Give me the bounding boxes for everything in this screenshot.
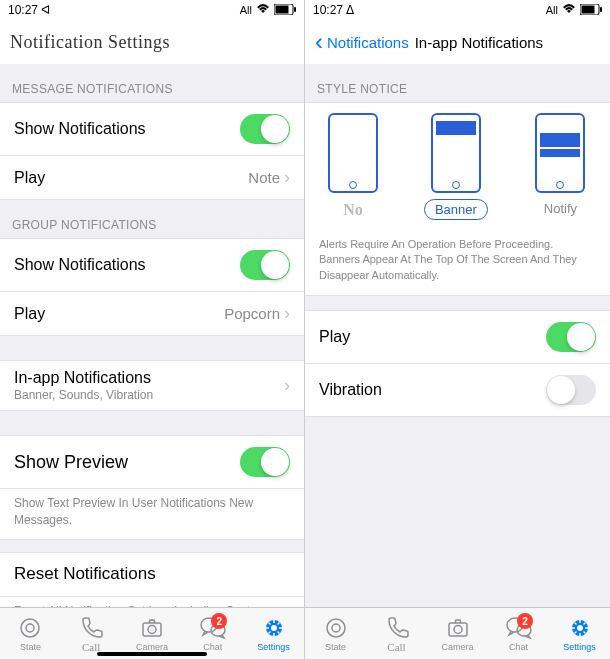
show-preview-switch[interactable] (240, 447, 290, 477)
play-label: Play (14, 169, 45, 187)
left-screen: 10:27 ᐊ All Notification Settings MESSAG… (0, 0, 305, 659)
back-label[interactable]: Notifications (327, 34, 409, 51)
reset-notifications-row[interactable]: Reset Notifications (0, 553, 304, 597)
status-icons: All (546, 4, 602, 17)
style-none-label: No (333, 199, 373, 221)
section-style: STYLE NOTICE (305, 64, 610, 102)
svg-rect-20 (582, 5, 595, 13)
battery-icon (274, 4, 296, 17)
style-description: Alerts Require An Operation Before Proce… (305, 229, 610, 296)
tab-state[interactable]: State (305, 615, 366, 652)
tab-chat-label: Chat (203, 642, 222, 652)
inapp-title: In-app Notifications (14, 369, 153, 387)
group-show-notifications-label: Show Notifications (14, 256, 146, 274)
play-switch[interactable] (546, 322, 596, 352)
chevron-right-icon: › (284, 167, 290, 188)
wifi-icon (562, 4, 576, 16)
tab-chat-label: Chat (509, 642, 528, 652)
svg-point-22 (327, 619, 345, 637)
home-indicator[interactable] (97, 652, 207, 656)
group-play-row[interactable]: Play Popcorn› (0, 292, 304, 336)
status-all: All (546, 4, 558, 16)
content: STYLE NOTICE No Banner Notify Alerts Req… (305, 64, 610, 659)
show-notifications-label: Show Notifications (14, 120, 146, 138)
show-notifications-switch[interactable] (240, 114, 290, 144)
style-notify-label: Notify (534, 199, 587, 218)
style-banner-label: Banner (424, 199, 488, 220)
show-preview-label: Show Preview (14, 452, 128, 473)
svg-point-29 (577, 625, 583, 631)
back-button[interactable]: ‹ (315, 28, 323, 56)
tab-camera[interactable]: Camera (122, 615, 183, 652)
svg-point-3 (21, 619, 39, 637)
tab-bar: State Call Camera 2 Chat Settings (305, 607, 610, 659)
svg-point-23 (332, 624, 340, 632)
content: MESSAGE NOTIFICATIONS Show Notifications… (0, 64, 304, 659)
svg-rect-1 (276, 5, 289, 13)
tab-camera-label: Camera (136, 642, 168, 652)
tab-state-label: State (20, 642, 41, 652)
show-preview-row[interactable]: Show Preview (0, 436, 304, 489)
style-selector: No Banner Notify (305, 102, 610, 229)
style-option-notify[interactable]: Notify (534, 113, 587, 218)
chevron-right-icon: › (284, 303, 290, 324)
play-value: Note (248, 169, 280, 186)
group-play-label: Play (14, 305, 45, 323)
vibration-switch[interactable] (546, 375, 596, 405)
svg-point-25 (454, 626, 462, 634)
phone-icon (78, 614, 104, 640)
play-sound-row[interactable]: Play Note› (0, 156, 304, 200)
phone-icon (384, 614, 410, 640)
camera-icon (139, 615, 165, 641)
tab-settings-label: Settings (563, 642, 596, 652)
tab-state-label: State (325, 642, 346, 652)
svg-point-6 (148, 626, 156, 634)
tab-chat[interactable]: 2 Chat (182, 615, 243, 652)
inapp-sub: Banner, Sounds, Vibration (14, 388, 153, 402)
vibration-row[interactable]: Vibration (305, 364, 610, 417)
status-bar: 10:27 ᐃ All (305, 0, 610, 20)
show-notifications-row[interactable]: Show Notifications (0, 103, 304, 156)
right-screen: 10:27 ᐃ All ‹ Notifications In-app Notif… (305, 0, 610, 659)
reset-label: Reset Notifications (14, 564, 156, 584)
tab-settings[interactable]: Settings (549, 615, 610, 652)
tab-chat[interactable]: 2 Chat (488, 615, 549, 652)
status-all: All (240, 4, 252, 16)
gear-icon (261, 615, 287, 641)
tab-settings-label: Settings (257, 642, 290, 652)
vibration-label: Vibration (319, 381, 382, 399)
inapp-notifications-row[interactable]: In-app Notifications Banner, Sounds, Vib… (0, 361, 304, 411)
svg-point-10 (271, 625, 277, 631)
group-show-notifications-row[interactable]: Show Notifications (0, 239, 304, 292)
svg-point-4 (26, 624, 34, 632)
tab-camera-label: Camera (441, 642, 473, 652)
tab-call[interactable]: Call (61, 614, 122, 653)
state-icon (323, 615, 349, 641)
style-option-banner[interactable]: Banner (424, 113, 488, 220)
nav-header: ‹ Notifications In-app Notifications (305, 20, 610, 64)
camera-icon (445, 615, 471, 641)
play-label: Play (319, 328, 350, 346)
page-title: Notification Settings (10, 32, 170, 53)
state-icon (17, 615, 43, 641)
svg-rect-21 (600, 7, 602, 12)
play-row[interactable]: Play (305, 311, 610, 364)
section-group: GROUP NOTIFICATIONS (0, 200, 304, 238)
wifi-icon (256, 4, 270, 16)
style-option-none[interactable]: No (328, 113, 378, 221)
status-bar: 10:27 ᐊ All (0, 0, 304, 20)
chevron-right-icon: › (284, 375, 290, 396)
status-time: 10:27 ᐊ (8, 3, 50, 17)
tab-call-label: Call (387, 641, 405, 653)
tab-call[interactable]: Call (366, 614, 427, 653)
status-icons: All (240, 4, 296, 17)
battery-icon (580, 4, 602, 17)
nav-title: In-app Notifications (415, 34, 543, 51)
tab-state[interactable]: State (0, 615, 61, 652)
tab-settings[interactable]: Settings (243, 615, 304, 652)
gear-icon (567, 615, 593, 641)
group-play-value: Popcorn (224, 305, 280, 322)
group-show-notifications-switch[interactable] (240, 250, 290, 280)
tab-camera[interactable]: Camera (427, 615, 488, 652)
status-time: 10:27 ᐃ (313, 3, 354, 17)
